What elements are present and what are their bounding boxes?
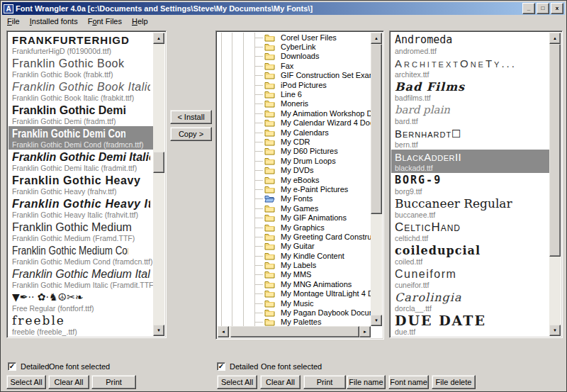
font-file-item[interactable]: Carolingiadorcla__.ttf [391, 290, 549, 313]
menu-item-installed-fonts[interactable]: Installed fonts [25, 16, 83, 27]
tree-item-my-palettes[interactable]: My Palettes [218, 318, 371, 326]
clear-all-button[interactable]: Clear All [48, 375, 89, 389]
detailed-checkbox-right[interactable]: ✓ [217, 362, 225, 371]
tree-item-my-dvds[interactable]: My DVDs [218, 165, 371, 174]
scroll-up-button[interactable]: ▲ [549, 33, 561, 44]
font-name-button[interactable]: Font name [388, 375, 429, 389]
scroll-thumb[interactable] [153, 152, 164, 173]
tree-item-my-animation-workshop-docu[interactable]: My Animation Workshop Docu [218, 108, 371, 118]
font-file-item[interactable]: Andromedaandromed.ttf [391, 33, 549, 56]
open-folder-icon [264, 194, 275, 203]
tree-item-my-calendars[interactable]: My Calendars [218, 128, 371, 137]
folder-tree-vscrollbar[interactable]: ▲▼ [371, 33, 382, 326]
scroll-thumb[interactable] [371, 44, 382, 214]
tree-item-fax[interactable]: Fax [218, 61, 371, 70]
close-button[interactable]: x [551, 3, 563, 14]
tree-item-my-mms[interactable]: My MMS [218, 270, 371, 279]
tree-item-line-6[interactable]: Line 6 [218, 89, 371, 99]
scroll-down-button[interactable]: ▼ [153, 325, 164, 336]
tree-item-my-calendar-wizard-4-docume[interactable]: My Calendar Wizard 4 Docume [218, 118, 371, 128]
file-delete-button[interactable]: File delete [432, 375, 476, 389]
installed-font-item[interactable]: Franklin Gothic Book ItalicFranklin Goth… [9, 79, 153, 103]
font-detail: Free Regular (fontforf.ttf) [12, 304, 150, 313]
tree-item-my-cdr[interactable]: My CDR [218, 137, 371, 146]
tree-item-my-d60-pictures[interactable]: My D60 Pictures [218, 147, 371, 156]
tree-item-my-gif-animations[interactable]: My GIF Animations [218, 213, 371, 222]
installed-font-item[interactable]: Franklin Gothic BookFranklin Gothic Book… [9, 56, 153, 79]
font-file-item[interactable]: BlackAdderIIblackadd.ttf [391, 150, 549, 173]
installed-font-item[interactable]: Franklin Gothic Demi ItalicFranklin Goth… [9, 150, 153, 173]
tree-item-moneris[interactable]: Moneris [218, 99, 371, 108]
select-all-button[interactable]: Select All [6, 375, 46, 389]
clear-all-button[interactable]: Clear All [260, 375, 301, 389]
tree-item-my-montage-ultralight-4-docu[interactable]: My Montage UltraLight 4 Docu [218, 289, 371, 298]
tree-item-my-drum-loops[interactable]: My Drum Loops [218, 156, 371, 165]
detailed-checkbox-left[interactable]: ✓ [8, 362, 16, 371]
scroll-down-button[interactable]: ▼ [549, 325, 561, 336]
tree-item-my-fonts[interactable]: My Fonts [218, 194, 371, 203]
installed-fonts-scrollbar[interactable]: ▲▼ [153, 33, 164, 336]
font-preview-name: ▼✒·· ✿·♞☮✂❧ [12, 291, 150, 304]
menu-item-font-files[interactable]: Font Files [83, 16, 127, 27]
print-button[interactable]: Print [91, 375, 136, 389]
font-file-item[interactable]: BORG-9borg9.ttf [391, 173, 549, 196]
scroll-thumb[interactable] [230, 326, 359, 337]
menu-item-help[interactable]: Help [127, 16, 153, 27]
installed-font-item[interactable]: FrankfurterHigDFrankfurterHigD (f019000d… [9, 33, 153, 56]
font-file-item[interactable]: DUE DATEdue.ttf [391, 313, 549, 336]
scroll-down-button[interactable]: ▼ [371, 315, 382, 326]
file-name-button[interactable]: File name [347, 375, 386, 389]
font-files-scrollbar[interactable]: ▲▼ [549, 33, 561, 336]
installed-font-item[interactable]: Franklin Gothic Demi CondFranklin Gothic… [9, 126, 153, 150]
tree-item-my-labels[interactable]: My Labels [218, 260, 371, 269]
font-file-item[interactable]: Cuneiformcuneifor.ttf [391, 267, 549, 290]
font-file-item[interactable]: bard plainbard.ttf [391, 103, 549, 126]
font-preview-name: Bernhardt☐ [395, 127, 546, 140]
tree-item-downloads[interactable]: Downloads [218, 52, 371, 61]
tree-item-my-pagan-daybook-documen[interactable]: My Pagan Daybook Documen [218, 308, 371, 317]
font-file-item[interactable]: coiledupcialcoiled.ttf [391, 243, 549, 267]
installed-font-item[interactable]: Franklin Gothic MediumFranklin Gothic Me… [9, 220, 153, 243]
tree-item-my-games[interactable]: My Games [218, 203, 371, 213]
folder-tree-hscrollbar[interactable]: ◄► [218, 326, 371, 337]
installed-font-item[interactable]: Franklin Gothic Heavy ItalicFranklin Got… [9, 196, 153, 220]
copy-button[interactable]: Copy > [170, 127, 212, 141]
font-file-name: coiled.ttf [395, 257, 546, 266]
maximize-button[interactable]: □ [537, 3, 549, 14]
tree-item-corel-user-files[interactable]: Corel User Files [218, 33, 371, 42]
installed-font-item[interactable]: freeblefreeble (freeble_.ttf) [9, 313, 153, 336]
installed-font-item[interactable]: Franklin Gothic DemiFranklin Gothic Demi… [9, 103, 153, 126]
tree-item-gif-construction-set-examples[interactable]: GIF Construction Set Examples [218, 71, 371, 80]
tree-item-my-guitar[interactable]: My Guitar [218, 242, 371, 251]
font-file-item[interactable]: CelticHandceltichd.ttf [391, 220, 549, 243]
scroll-right-button[interactable]: ► [359, 326, 371, 337]
install-button[interactable]: < Install [170, 110, 212, 124]
scroll-left-button[interactable]: ◄ [218, 326, 229, 337]
font-file-item[interactable]: Bernhardt☐bern.ttf [391, 126, 549, 150]
installed-font-item[interactable]: Franklin Gothic Medium ItalicFranklin Go… [9, 267, 153, 290]
scroll-up-button[interactable]: ▲ [153, 33, 164, 44]
tree-connector [254, 180, 263, 181]
menu-item-file[interactable]: File [2, 16, 25, 27]
font-file-item[interactable]: Buccaneer Regularbuccanee.ttf [391, 196, 549, 220]
scroll-up-button[interactable]: ▲ [371, 33, 382, 44]
font-file-item[interactable]: ArchitextOneTy...architex.ttf [391, 56, 549, 79]
scroll-thumb[interactable] [549, 44, 561, 257]
tree-item-my-e-paint-pictures[interactable]: My e-Paint Pictures [218, 184, 371, 194]
minimize-button[interactable]: _ [522, 3, 535, 14]
installed-font-item[interactable]: Franklin Gothic Medium CondFranklin Goth… [9, 243, 153, 267]
tree-item-label: My eBooks [281, 176, 319, 184]
tree-item-my-ebooks[interactable]: My eBooks [218, 175, 371, 184]
tree-item-my-graphics[interactable]: My Graphics [218, 223, 371, 232]
tree-item-my-greeting-card-construction[interactable]: My Greeting Card Construction [218, 232, 371, 241]
tree-item-cyberlink[interactable]: CyberLink [218, 42, 371, 51]
tree-item-ipod-pictures[interactable]: iPod Pictures [218, 80, 371, 89]
font-file-item[interactable]: Bad Filmsbadfilms.ttf [391, 79, 549, 103]
tree-item-my-music[interactable]: My Music [218, 298, 371, 308]
print-button[interactable]: Print [303, 375, 346, 389]
installed-font-item[interactable]: ▼✒·· ✿·♞☮✂❧Free Regular (fontforf.ttf) [9, 290, 153, 313]
installed-font-item[interactable]: Franklin Gothic HeavyFranklin Gothic Hea… [9, 173, 153, 196]
select-all-button[interactable]: Select All [217, 375, 257, 389]
tree-item-my-kindle-content[interactable]: My Kindle Content [218, 251, 371, 260]
tree-item-my-mng-animations[interactable]: My MNG Animations [218, 279, 371, 289]
